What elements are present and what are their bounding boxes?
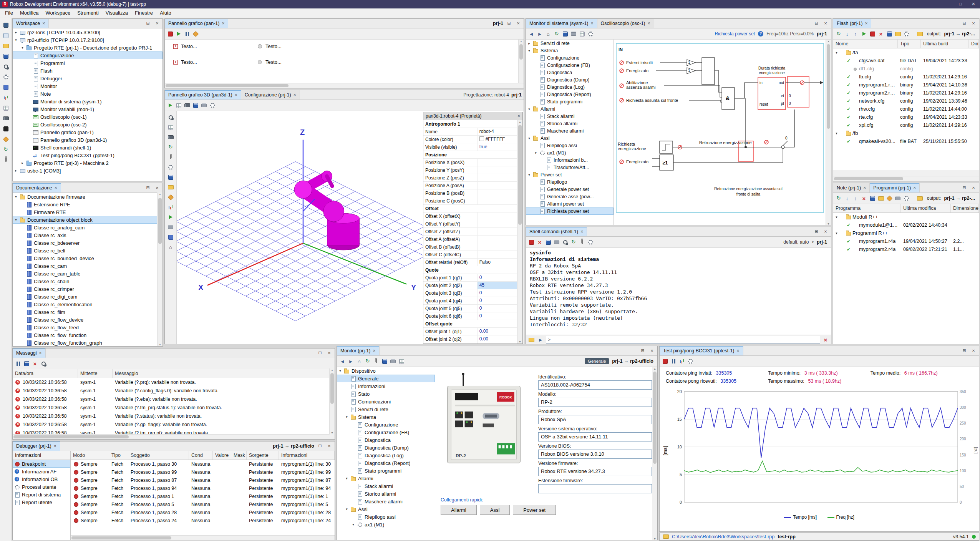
menu-item[interactable]: File [2, 8, 17, 18]
quicklink-button[interactable]: Power set [513, 505, 556, 515]
toolbar-icon[interactable] [536, 238, 544, 246]
tree-item[interactable]: Diagnostica (Report) [337, 459, 435, 467]
message-row[interactable]: 10/03/2022 10:36:58 sysm-1 Variabile (?.… [13, 403, 335, 412]
toolbar-icon[interactable] [670, 357, 677, 365]
toolbar-icon[interactable] [877, 30, 885, 38]
tree-item[interactable]: Classe rc_cam_table [13, 270, 163, 277]
property-value[interactable]: 0 [477, 274, 517, 281]
column-header[interactable]: Cond [189, 451, 213, 460]
toolbar-icon[interactable] [192, 101, 199, 109]
toolbar-icon[interactable] [389, 357, 397, 365]
tree-item[interactable]: Configurazione [337, 421, 435, 428]
tree-item[interactable]: Monitor [13, 82, 163, 90]
scene-tool-icon[interactable] [167, 133, 174, 141]
close-panel-icon[interactable] [822, 228, 829, 235]
toolbar-icon[interactable] [553, 30, 560, 38]
shell-command-input[interactable] [546, 336, 820, 344]
close-panel-icon[interactable] [822, 20, 829, 27]
flash-file-row[interactable]: myprogram1.r4a binary 19/04/2021 14:10:3… [833, 81, 979, 89]
tab-close-icon[interactable] [235, 92, 237, 98]
shell-output[interactable]: sysinfoInformazioni di sistemaRP-2 da Ro… [526, 248, 831, 335]
quicklink-button[interactable]: Allarmi [441, 505, 477, 515]
tree-item[interactable]: Pannello grafico 3D (pan3d-1) [13, 136, 163, 144]
flash-file-row[interactable]: fb.cfg config 11/02/2021 14:29:16 [833, 73, 979, 81]
tab-note[interactable]: Note (prj-1) [833, 183, 870, 193]
tree-item[interactable]: Classe rc_cam [13, 262, 163, 270]
toolbar-icon[interactable] [527, 30, 535, 38]
tool-strip-icon[interactable] [2, 156, 10, 164]
menu-item[interactable]: Finestre [131, 8, 156, 18]
scrollbar-horizontal[interactable] [71, 535, 335, 540]
menu-item[interactable]: Visualizza [102, 8, 131, 18]
property-row[interactable]: Offset quote [423, 320, 517, 328]
scrollbar-horizontal[interactable] [165, 83, 524, 88]
workspace-path-link[interactable]: C:\Users\Alex\Robox\Rde3\Workspaces\test… [672, 534, 774, 539]
field-value[interactable]: Robox SpA [538, 415, 652, 424]
toolbar-icon[interactable] [183, 101, 191, 109]
toolbar-icon[interactable] [860, 194, 868, 202]
tab-programmi[interactable]: Programmi (prj-1) [870, 183, 920, 193]
tab-pannello-grafico[interactable]: Pannello grafico (pan-1) [165, 19, 228, 28]
tab-close-icon[interactable] [580, 229, 583, 234]
column-header[interactable]: Ultima modifica [901, 204, 951, 212]
float-panel-icon[interactable] [317, 443, 323, 450]
toolbar-icon[interactable] [372, 357, 380, 365]
toolbar-icon[interactable] [570, 238, 577, 246]
close-panel-icon[interactable] [326, 350, 333, 357]
tree-item[interactable]: Comunicazioni [337, 398, 435, 405]
field-value[interactable]: Robox BIOS versione 3.0.10 [538, 450, 652, 459]
tool-strip-icon[interactable] [2, 125, 10, 133]
tab-workspace[interactable]: Workspace [13, 19, 49, 28]
float-panel-icon[interactable] [961, 347, 968, 354]
property-value[interactable] [477, 182, 517, 189]
property-row[interactable]: Offset A (offsetA) [423, 236, 517, 243]
property-value[interactable]: 0 [477, 312, 517, 320]
scene-tool-icon[interactable] [167, 233, 174, 241]
close-panel-icon[interactable] [970, 347, 977, 354]
scene-tool-icon[interactable] [167, 223, 174, 231]
menu-item[interactable]: Aiuto [156, 8, 175, 18]
tool-strip-icon[interactable] [2, 32, 10, 39]
debugger-sidebar-item[interactable]: Informazioni OB [13, 475, 70, 483]
property-row[interactable]: Offset X (offsetX) [423, 212, 517, 220]
column-header[interactable]: Dimensione [951, 204, 979, 212]
tab-close-icon[interactable] [648, 21, 650, 26]
property-row[interactable]: Offset B (offsetB) [423, 243, 517, 251]
help-icon[interactable]: ? [758, 31, 763, 37]
property-value[interactable] [477, 243, 517, 251]
tab-close-icon[interactable] [39, 350, 42, 356]
property-row[interactable]: Offset C (offsetC) [423, 251, 517, 259]
close-panel-icon[interactable] [515, 20, 522, 27]
tab-close-icon[interactable] [913, 185, 916, 191]
toolbar-icon[interactable] [355, 357, 363, 365]
message-row[interactable]: 10/03/2022 10:36:58 sysm-1 Variabile (?.… [13, 420, 335, 429]
robot-arm-3d[interactable] [294, 171, 359, 250]
message-row[interactable]: 10/03/2022 10:36:58 sysm-1 Variabile (?.… [13, 378, 335, 387]
float-panel-icon[interactable] [961, 184, 968, 191]
tool-strip-icon[interactable] [2, 73, 10, 81]
toolbar-icon[interactable] [843, 194, 851, 202]
toolbar-icon[interactable] [852, 30, 859, 38]
toolbar-icon[interactable] [175, 30, 182, 38]
tool-strip-icon[interactable] [2, 104, 10, 112]
program-row[interactable]: Programmi R++ [833, 229, 979, 237]
scrollbar-vertical[interactable] [157, 193, 163, 346]
breakpoint-row[interactable]: Sempre Fetch Processo 1, passo 94 Nessun… [71, 484, 335, 492]
scrollbar-horizontal[interactable] [13, 434, 335, 439]
tree-item[interactable]: Diagnostica (Log) [526, 83, 614, 91]
column-header[interactable]: Soggetto [128, 451, 189, 460]
expander-icon[interactable] [834, 51, 839, 55]
property-row[interactable]: Quota joint 6 (qj6) 0 [423, 312, 517, 320]
menu-item[interactable]: Workspace [42, 8, 74, 18]
toolbar-icon[interactable] [561, 238, 569, 246]
property-value[interactable] [477, 205, 517, 212]
tab-pingpong[interactable]: Test ping/pong BCC/31 (pptest-1) [660, 346, 743, 355]
program-row[interactable]: Moduli R++ [833, 213, 979, 221]
float-panel-icon[interactable] [506, 20, 512, 27]
scene-tool-icon[interactable] [167, 183, 174, 191]
tree-item[interactable]: Assi [526, 134, 614, 142]
tree-item[interactable]: Assi [337, 505, 435, 513]
tree-item[interactable]: Classe rc_elementlocation [13, 300, 163, 308]
tool-strip-icon[interactable] [2, 115, 10, 122]
property-row[interactable]: Quota joint 2 (qj2) 45 [423, 282, 517, 289]
